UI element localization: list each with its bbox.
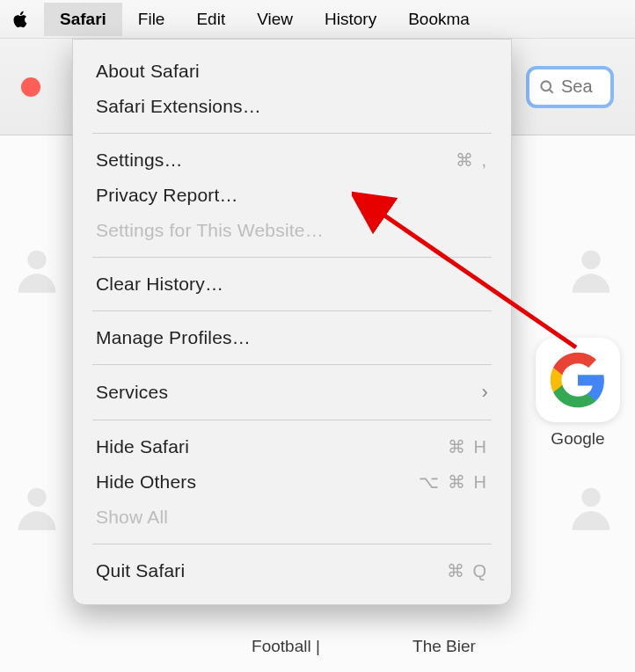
speed-dial-google[interactable] xyxy=(536,338,620,422)
menu-separator xyxy=(92,364,492,365)
shortcut-label: ⌘ H xyxy=(448,436,488,457)
svg-line-1 xyxy=(550,89,553,92)
search-input[interactable] xyxy=(561,77,596,97)
apple-logo-icon xyxy=(11,10,30,29)
speed-dial-label: Google xyxy=(529,429,626,449)
window-close-dot[interactable] xyxy=(21,77,40,97)
menu-separator xyxy=(92,133,492,134)
menu-services[interactable]: Services› xyxy=(73,374,511,411)
menu-hide-others[interactable]: Hide Others⌥ ⌘ H xyxy=(73,464,511,500)
shortcut-label: ⌥ ⌘ H xyxy=(419,471,488,493)
menu-separator xyxy=(92,310,492,311)
menu-about-safari[interactable]: About Safari xyxy=(73,54,511,89)
menubar-history[interactable]: History xyxy=(309,3,392,36)
menu-separator xyxy=(92,544,492,544)
google-logo-icon xyxy=(548,350,608,410)
macos-menubar: Safari File Edit View History Bookma xyxy=(0,0,635,39)
menubar-file[interactable]: File xyxy=(122,3,181,36)
speed-dial-label: The Bier xyxy=(396,637,493,656)
menu-safari-extensions[interactable]: Safari Extensions… xyxy=(73,89,511,124)
svg-point-3 xyxy=(581,251,600,269)
menu-privacy-report[interactable]: Privacy Report… xyxy=(73,178,511,213)
chevron-right-icon: › xyxy=(481,381,488,404)
svg-point-4 xyxy=(27,488,46,507)
menu-settings[interactable]: Settings…⌘ , xyxy=(73,142,511,178)
person-placeholder-icon xyxy=(563,241,619,297)
menu-clear-history[interactable]: Clear History… xyxy=(73,267,511,302)
person-placeholder-icon xyxy=(563,478,619,535)
svg-point-5 xyxy=(581,488,600,507)
menubar-safari[interactable]: Safari xyxy=(44,3,122,36)
menu-quit-safari[interactable]: Quit Safari⌘ Q xyxy=(73,553,511,588)
menubar-bookmarks[interactable]: Bookma xyxy=(392,3,485,36)
menu-separator xyxy=(92,420,492,420)
shortcut-label: ⌘ , xyxy=(456,150,488,171)
person-placeholder-icon xyxy=(9,241,65,297)
search-icon xyxy=(538,78,556,96)
menu-settings-for-website: Settings for This Website… xyxy=(73,213,511,248)
safari-menu-dropdown: About Safari Safari Extensions… Settings… xyxy=(72,39,512,605)
speed-dial-label: Football | xyxy=(237,637,334,656)
menubar-view[interactable]: View xyxy=(241,3,309,36)
search-field-wrap[interactable] xyxy=(526,66,614,108)
shortcut-label: ⌘ Q xyxy=(447,560,488,581)
person-placeholder-icon xyxy=(9,478,65,535)
menu-separator xyxy=(92,257,492,258)
menu-manage-profiles[interactable]: Manage Profiles… xyxy=(73,320,511,355)
menu-show-all: Show All xyxy=(73,500,511,535)
menubar-edit[interactable]: Edit xyxy=(180,3,241,36)
menu-hide-safari[interactable]: Hide Safari⌘ H xyxy=(73,429,511,464)
svg-point-0 xyxy=(541,81,551,91)
svg-point-2 xyxy=(27,251,46,269)
